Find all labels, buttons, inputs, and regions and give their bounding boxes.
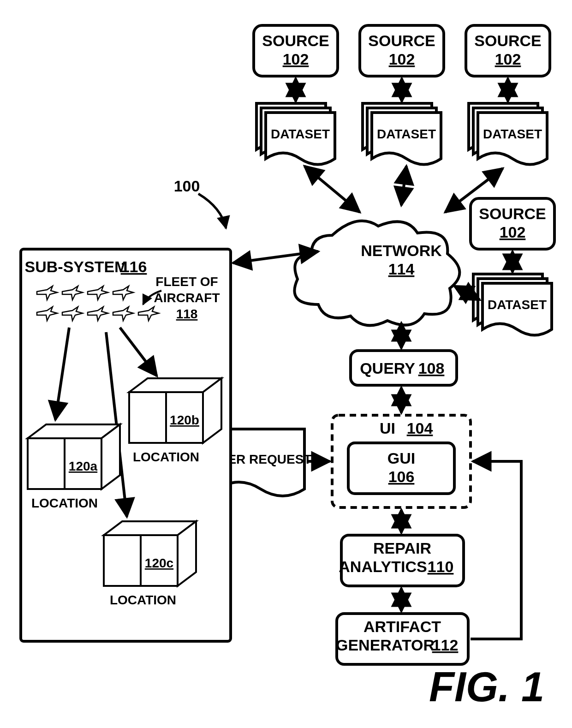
location-ref: 120c	[145, 556, 173, 570]
source-ref: 102	[283, 50, 309, 68]
fleet-ref: 118	[176, 307, 198, 321]
location-ref: 120a	[69, 459, 98, 473]
source-box-1: SOURCE 102	[254, 25, 338, 76]
artifact-label1: ARTIFACT	[363, 618, 441, 635]
query-label: QUERY	[360, 359, 415, 377]
source-ref: 102	[500, 223, 526, 241]
artifact-generator-box: ARTIFACT GENERATOR 112	[336, 614, 468, 664]
dataset-stack-4: DATASET	[473, 274, 552, 335]
repair-analytics-box: REPAIR ANALYTICS 110	[339, 535, 464, 586]
dataset-label: DATASET	[271, 127, 330, 141]
dataset-stack-3: DATASET	[469, 103, 547, 165]
source-ref: 102	[495, 50, 521, 68]
source-box-4: SOURCE 102	[471, 198, 554, 249]
figure-ref-number: 100	[174, 177, 200, 195]
source-label: SOURCE	[479, 205, 546, 222]
fleet-label2: AIRCRAFT	[154, 291, 220, 305]
dataset-label: DATASET	[483, 127, 542, 141]
network-ref: 114	[388, 260, 415, 278]
source-box-3: SOURCE 102	[466, 25, 550, 76]
artifact-ref: 112	[432, 636, 459, 654]
repair-label2: ANALYTICS	[339, 558, 427, 575]
repair-ref: 110	[428, 558, 454, 575]
query-box: QUERY 108	[351, 351, 457, 385]
dataset-stack-1: DATASET	[256, 103, 335, 165]
ui-label: UI	[380, 419, 395, 437]
location-label: LOCATION	[133, 450, 199, 464]
source-label: SOURCE	[262, 32, 329, 49]
figure-label: FIG. 1	[429, 664, 544, 710]
subsystem-ref: 116	[121, 258, 147, 275]
svg-line-9	[401, 166, 406, 205]
location-ref: 120b	[170, 413, 199, 427]
svg-line-8	[304, 166, 360, 212]
source-label: SOURCE	[474, 32, 541, 49]
ui-ref: 104	[407, 419, 433, 437]
repair-label1: REPAIR	[373, 539, 431, 557]
location-label: LOCATION	[110, 593, 176, 607]
source-label: SOURCE	[368, 32, 435, 49]
dataset-label: DATASET	[488, 298, 547, 312]
source-box-2: SOURCE 102	[360, 25, 444, 76]
subsystem-label: SUB-SYSTEM	[25, 258, 128, 275]
dataset-label: DATASET	[377, 127, 436, 141]
gui-ref: 106	[388, 468, 415, 485]
network-cloud: NETWORK 114	[294, 221, 459, 326]
dataset-stack-2: DATASET	[363, 103, 441, 165]
fleet-label1: FLEET OF	[155, 274, 218, 289]
ui-box: UI 104 GUI 106	[332, 415, 471, 507]
query-ref: 108	[418, 359, 445, 377]
source-ref: 102	[389, 50, 415, 68]
gui-label: GUI	[387, 449, 415, 467]
network-label: NETWORK	[361, 242, 442, 259]
artifact-label2: GENERATOR	[336, 636, 435, 654]
location-label: LOCATION	[31, 496, 98, 510]
